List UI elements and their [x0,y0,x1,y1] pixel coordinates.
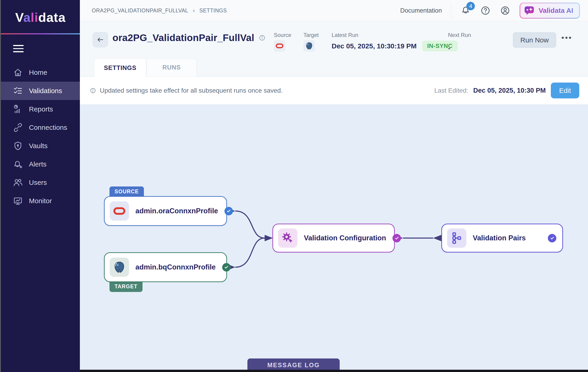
settings-info-message: Updated settings take effect for all sub… [100,87,283,94]
window-edge [0,0,1,372]
last-edited-label: Last Edited: [434,87,468,94]
last-edited-value: Dec 05, 2025, 10:30 PM [473,87,546,94]
gear-icon [281,232,294,244]
target-tag: TARGET [109,282,143,292]
sidebar-item-connections[interactable]: Connections [1,118,80,137]
sidebar-item-reports[interactable]: Reports [1,100,80,118]
sidebar-item-label: Validations [29,87,62,95]
breadcrumb: ORA2PG_VALIDATIONPAIR_FULLVAL › SETTINGS [92,8,227,14]
source-label: Source [274,32,291,38]
node-label: Validation Configuration [304,234,386,242]
node-icon-chip [278,228,297,248]
latest-run-label: Latest Run [332,32,358,38]
node-icon-chip [110,201,129,221]
sidebar-item-label: Home [29,69,47,76]
shield-icon [13,141,23,151]
breadcrumb-parent[interactable]: ORA2PG_VALIDATIONPAIR_FULLVAL [92,8,188,14]
sidebar-item-label: Users [29,179,47,186]
tab-settings[interactable]: SETTINGS [94,59,146,77]
checklist-icon [13,86,23,96]
target-connection-node[interactable]: admin.bqConnxnProfile [104,252,227,282]
edit-button[interactable]: Edit [551,82,579,98]
brand-accent-line [1,33,80,34]
home-icon [13,68,23,77]
settings-info-bar: Updated settings take effect for all sub… [80,77,588,104]
node-icon-chip [447,228,466,248]
next-run-value: - [448,44,450,52]
node-label: admin.bqConnxnProfile [136,263,216,271]
sidebar-item-vaults[interactable]: Vaults [1,137,80,155]
flow-canvas[interactable]: SOURCE admin.oraConnxnProfile [80,104,588,372]
node-label: Validation Pairs [473,234,526,242]
postgres-database-icon [113,261,126,274]
hierarchy-icon [450,232,463,244]
logo-text: Validata [15,10,66,25]
topbar-divider [451,3,451,19]
sidebar-item-home[interactable]: Home [1,63,80,82]
latest-run-value: Dec 05, 2025, 10:30:19 PM [332,42,417,50]
back-button[interactable] [93,32,108,47]
more-options-button[interactable]: ••• [561,33,572,42]
node-icon-chip [110,258,129,277]
sidebar: Validata Home Validations Reports Connec… [0,0,80,372]
account-icon[interactable] [500,5,510,16]
sidebar-item-monitor[interactable]: Monitor [1,192,80,210]
oracle-database-icon [113,205,126,217]
check-circle-icon [224,207,233,215]
sidebar-item-label: Vaults [29,142,48,150]
validata-ai-button[interactable]: Validata AI [520,3,580,19]
status-badge: IN-SYNC [422,40,457,51]
notification-count-badge: 4 [466,2,475,10]
breadcrumb-separator-icon: › [193,8,195,14]
sidebar-nav: Home Validations Reports Connections Vau… [1,63,80,210]
target-label: Target [304,32,319,38]
notifications-button[interactable]: 4 [460,5,471,16]
monitor-icon [13,196,23,206]
source-db-chip [274,40,285,52]
node-label: admin.oraConnxnProfile [136,207,218,215]
target-db-chip [304,40,315,52]
validation-configuration-node[interactable]: Validation Configuration [273,224,395,252]
validata-ai-label: Validata AI [539,7,573,14]
ai-chat-bubble-icon [524,5,535,16]
bottom-window-edge [80,370,588,372]
source-connection-node[interactable]: admin.oraConnxnProfile [104,196,227,226]
brand-logo: Validata [1,0,80,34]
sidebar-item-users[interactable]: Users [1,173,80,192]
main-content: ORA2PG_VALIDATIONPAIR_FULLVAL › SETTINGS… [80,0,588,372]
top-bar: ORA2PG_VALIDATIONPAIR_FULLVAL › SETTINGS… [80,0,588,21]
oracle-database-icon [275,42,284,50]
sidebar-item-label: Alerts [29,160,47,168]
connections-icon [13,123,23,132]
tab-runs[interactable]: RUNS [147,59,197,76]
check-circle-icon [548,234,556,242]
check-circle-icon [222,263,231,271]
postgres-database-icon [305,42,313,50]
validation-pairs-node[interactable]: Validation Pairs [441,224,563,252]
sidebar-item-label: Reports [29,105,53,113]
sidebar-item-validations[interactable]: Validations [1,82,80,100]
page-title: ora2PG_ValidationPair_FullVal [113,32,254,43]
check-circle-icon [392,234,401,242]
breadcrumb-current: SETTINGS [200,8,227,14]
title-info-icon[interactable] [258,34,266,41]
page-header: ora2PG_ValidationPair_FullVal Source Tar… [80,21,588,76]
sidebar-item-label: Monitor [29,197,52,205]
topbar-actions: Documentation 4 [400,3,580,19]
documentation-link[interactable]: Documentation [400,7,442,14]
info-icon [90,87,96,94]
bell-plus-icon [13,159,23,169]
arrow-left-icon [96,35,105,44]
hamburger-menu-icon[interactable] [13,45,24,52]
help-icon[interactable] [480,5,491,16]
reports-icon [13,104,23,114]
next-run-label: Next Run [448,32,471,38]
sidebar-item-label: Connections [29,124,67,131]
run-now-button[interactable]: Run Now [513,32,556,48]
source-tag: SOURCE [109,186,144,197]
users-icon [13,178,23,187]
validata-app: Validata Home Validations Reports Connec… [0,0,588,372]
sidebar-item-alerts[interactable]: Alerts [1,155,80,173]
